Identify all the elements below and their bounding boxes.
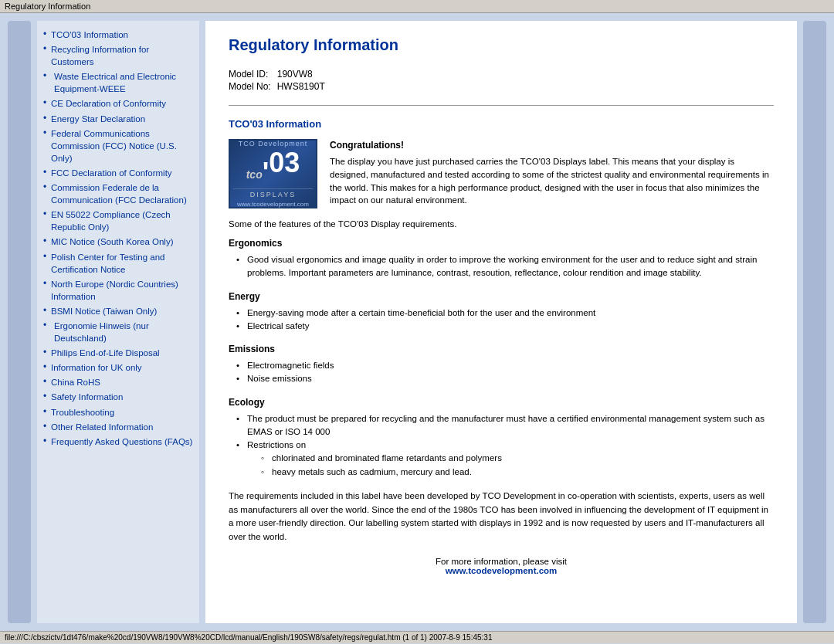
sidebar-item-china[interactable]: China RoHS — [43, 376, 193, 388]
ecology-list: The product must be prepared for recycli… — [229, 412, 774, 479]
sidebar-item-bsmi[interactable]: BSMI Notice (Taiwan Only) — [43, 305, 193, 317]
tco-logo: TCO Development tco'03 DISPLAYS www.tcod… — [229, 139, 317, 208]
ecology-heading: Ecology — [229, 397, 774, 408]
ergonomics-section: Ergonomics Good visual ergonomics and im… — [229, 238, 774, 280]
sidebar-nav: TCO'03 Information Recycling Information… — [43, 29, 193, 448]
sidebar-item-ergonomie[interactable]: Ergonomie Hinweis (nur Deutschland) — [43, 320, 193, 344]
footer-line1: For more information, please visit — [436, 557, 567, 566]
model-id-value: 190VW8 — [277, 68, 331, 80]
emissions-section: Emissions Electromagnetic fields Noise e… — [229, 344, 774, 386]
page-title: Regulatory Information — [229, 36, 774, 54]
browser-title-bar: Regulatory Information — [0, 0, 834, 13]
list-item: The product must be prepared for recycli… — [236, 412, 774, 439]
sidebar-item-safety[interactable]: Safety Information — [43, 391, 193, 403]
ergonomics-list: Good visual ergonomics and image quality… — [229, 253, 774, 280]
sidebar-item-fcc-doc[interactable]: FCC Declaration of Conformity — [43, 167, 193, 179]
tco-logo-number: tco'03 — [246, 149, 300, 187]
list-item: Noise emissions — [236, 372, 774, 385]
tco-logo-displays: DISPLAYS — [233, 188, 313, 198]
model-id-label: Model ID: — [229, 68, 277, 80]
ergonomics-heading: Ergonomics — [229, 238, 774, 249]
footer: For more information, please visit www.t… — [229, 557, 774, 575]
list-item: heavy metals such as cadmium, mercury an… — [261, 466, 774, 479]
sidebar-item-fcc[interactable]: Federal Communications Commission (FCC) … — [43, 127, 193, 164]
main-content: Regulatory Information Model ID: 190VW8 … — [205, 21, 797, 623]
energy-section: Energy Energy-saving mode after a certai… — [229, 291, 774, 334]
emissions-list: Electromagnetic fields Noise emissions — [229, 359, 774, 386]
sidebar-item-tco03[interactable]: TCO'03 Information — [43, 29, 193, 41]
sidebar-item-mic[interactable]: MIC Notice (South Korea Only) — [43, 236, 193, 248]
tco-section-title: TCO'03 Information — [229, 118, 774, 130]
list-item: Electromagnetic fields — [236, 359, 774, 372]
energy-heading: Energy — [229, 291, 774, 302]
divider — [229, 105, 774, 106]
list-item: Good visual ergonomics and image quality… — [236, 253, 774, 280]
energy-list: Energy-saving mode after a certain time-… — [229, 307, 774, 334]
ecology-sublist: chlorinated and brominated flame retarda… — [247, 452, 774, 479]
list-item: Electrical safety — [236, 320, 774, 333]
ecology-section: Ecology The product must be prepared for… — [229, 397, 774, 479]
list-item: chlorinated and brominated flame retarda… — [261, 452, 774, 465]
sidebar-item-ce[interactable]: CE Declaration of Conformity — [43, 97, 193, 110]
sidebar-item-weee[interactable]: Waste Electrical and Electronic Equipmen… — [43, 70, 193, 95]
sidebar: TCO'03 Information Recycling Information… — [37, 21, 199, 623]
sidebar-item-other[interactable]: Other Related Information — [43, 421, 193, 433]
congratulations-text: The display you have just purchased carr… — [330, 155, 774, 207]
tco-text: Congratulations! The display you have ju… — [330, 139, 774, 208]
model-no-value: HWS8190T — [277, 80, 331, 93]
tco-logo-website: www.tcodevelopment.com — [237, 201, 309, 208]
sidebar-item-energy-star[interactable]: Energy Star Declaration — [43, 113, 193, 125]
sidebar-item-recycling[interactable]: Recycling Information for Customers — [43, 43, 193, 68]
sidebar-item-polish[interactable]: Polish Center for Testing and Certificat… — [43, 251, 193, 276]
sidebar-item-cfcc[interactable]: Commission Federale de la Communication … — [43, 181, 193, 206]
sidebar-item-faqs[interactable]: Frequently Asked Questions (FAQs) — [43, 436, 193, 448]
list-item: Energy-saving mode after a certain time-… — [236, 307, 774, 320]
features-line: Some of the features of the TCO'03 Displ… — [229, 219, 774, 229]
model-info: Model ID: 190VW8 Model No: HWS8190T — [229, 68, 774, 93]
sidebar-item-nordic[interactable]: North Europe (Nordic Countries) Informat… — [43, 278, 193, 303]
closing-paragraph: The requirements included in this label … — [229, 490, 774, 544]
right-accent-bar — [803, 21, 826, 623]
left-accent-bar — [8, 21, 31, 623]
list-item: Restrictions on chlorinated and brominat… — [236, 439, 774, 479]
congratulations-heading: Congratulations! — [330, 139, 774, 152]
tco-section: TCO Development tco'03 DISPLAYS www.tcod… — [229, 139, 774, 208]
model-no-label: Model No: — [229, 80, 277, 93]
sidebar-item-uk[interactable]: Information for UK only — [43, 361, 193, 374]
sidebar-item-en55022[interactable]: EN 55022 Compliance (Czech Republic Only… — [43, 208, 193, 233]
footer-link[interactable]: www.tcodevelopment.com — [446, 566, 558, 575]
emissions-heading: Emissions — [229, 344, 774, 354]
sidebar-item-troubleshooting[interactable]: Troubleshooting — [43, 406, 193, 419]
status-bar: file:///C:/cbszictv/1dt476/make%20cd/190… — [0, 631, 834, 643]
sidebar-item-philips[interactable]: Philips End-of-Life Disposal — [43, 347, 193, 359]
